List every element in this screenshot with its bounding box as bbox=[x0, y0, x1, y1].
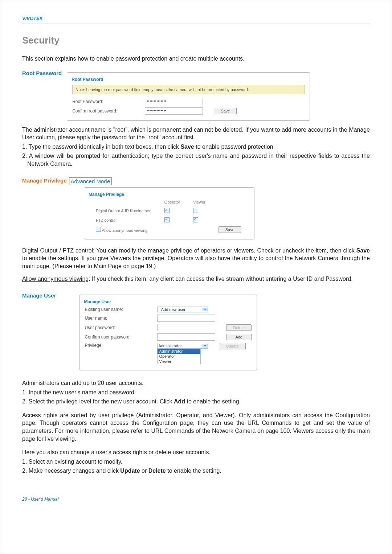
user-password-input[interactable] bbox=[157, 324, 215, 331]
manage-user-desc-3: 2. Select the privilege level for the ne… bbox=[22, 398, 370, 406]
chevron-down-icon[interactable]: ▼ bbox=[202, 344, 208, 348]
privilege-option-operator[interactable]: Operator bbox=[158, 354, 200, 359]
delete-user-button[interactable]: Delete bbox=[226, 324, 252, 331]
root-password-legend: Root Password bbox=[70, 77, 105, 82]
checkbox-digital-output-operator[interactable] bbox=[164, 208, 170, 213]
manage-user-desc-6: 1. Select an existing account to modify. bbox=[22, 458, 370, 466]
manage-user-desc-1: Administrators can add up to 20 user acc… bbox=[22, 379, 370, 387]
manage-user-desc-5: Here you also can change a user's access… bbox=[22, 448, 370, 456]
manage-user-desc-7: 2. Make necessary changes and click Upda… bbox=[22, 467, 370, 475]
checkbox-ptz-viewer[interactable] bbox=[193, 217, 198, 222]
existing-username-label: Existing user name: bbox=[85, 307, 146, 312]
manage-user-desc-4: Access rights are sorted by user privile… bbox=[22, 411, 370, 443]
root-password-desc-1: The administrator account name is "root"… bbox=[22, 126, 370, 141]
confirm-user-password-input[interactable] bbox=[157, 333, 215, 341]
page-title: Security bbox=[22, 35, 370, 46]
page-footer: 28 - User's Manual bbox=[22, 497, 370, 502]
checkbox-ptz-operator[interactable] bbox=[164, 217, 170, 222]
manage-privilege-panel: Manage Privilege Operator Viewer Digital… bbox=[84, 187, 254, 239]
anonymous-viewing-desc: Allow anonymous viewing: If you check th… bbox=[22, 275, 370, 283]
manage-user-legend: Manage User bbox=[82, 299, 113, 304]
manage-privilege-heading: Manage Privilege bbox=[22, 177, 67, 184]
privilege-label: Privilege: bbox=[85, 343, 146, 348]
col-operator: Operator bbox=[158, 199, 187, 205]
intro-text: This section explains how to enable pass… bbox=[22, 55, 370, 63]
manage-privilege-save-button[interactable]: Save bbox=[219, 226, 241, 233]
root-password-panel: Root Password Note: Leaving the root pas… bbox=[67, 72, 310, 121]
priv-row-ptz-label: PTZ control: bbox=[89, 217, 158, 224]
manage-user-heading: Manage User bbox=[22, 292, 56, 299]
root-password-save-button[interactable]: Save bbox=[214, 108, 237, 114]
root-password-desc-2: 1. Type the password identically in both… bbox=[22, 143, 370, 151]
col-viewer: Viewer bbox=[187, 199, 212, 205]
add-user-button[interactable]: Add bbox=[226, 334, 252, 340]
confirm-root-password-input[interactable]: •••••••••••••• bbox=[145, 107, 203, 115]
checkbox-anonymous-viewing[interactable] bbox=[96, 227, 101, 232]
privilege-option-viewer[interactable]: Viewer bbox=[158, 359, 200, 364]
digital-output-ptz-desc: Digital Output / PTZ control: You can mo… bbox=[22, 247, 370, 270]
privilege-table: Operator Viewer Digital Output & IR illu… bbox=[89, 197, 248, 235]
root-password-desc-3: 2. A window will be prompted for authent… bbox=[22, 152, 370, 168]
root-password-label: Root Password: bbox=[72, 99, 134, 104]
brand-logo: VIVOTEK bbox=[22, 16, 43, 21]
root-password-heading: Root Password bbox=[22, 70, 62, 76]
anonymous-viewing-label: Allow anonymous viewing bbox=[102, 228, 147, 233]
advanced-mode-badge: Advanced Mode bbox=[69, 177, 112, 185]
update-user-button[interactable]: Update bbox=[219, 343, 245, 349]
root-password-note: Note: Leaving the root password field em… bbox=[72, 85, 305, 94]
privilege-dropdown-options: Administrator Operator Viewer bbox=[157, 348, 201, 364]
page: VIVOTEK Security This section explains h… bbox=[0, 0, 392, 554]
confirm-root-password-label: Confirm root password: bbox=[72, 108, 134, 114]
username-input[interactable] bbox=[157, 315, 215, 322]
privilege-option-administrator[interactable]: Administrator bbox=[158, 349, 200, 354]
manage-user-panel: Manage User Existing user name: --Add ne… bbox=[79, 295, 257, 370]
chevron-down-icon[interactable]: ▼ bbox=[202, 308, 208, 311]
existing-username-select[interactable]: --Add new user-- bbox=[158, 307, 202, 312]
manage-privilege-legend: Manage Privilege bbox=[87, 192, 126, 197]
confirm-user-password-label: Confirm user password: bbox=[85, 335, 146, 340]
root-password-input[interactable]: •••••••••••••• bbox=[145, 98, 203, 105]
user-password-label: User password: bbox=[85, 325, 146, 330]
manage-user-desc-2: 1. Input the new user's name and passwor… bbox=[22, 389, 370, 397]
username-label: User name: bbox=[85, 316, 146, 321]
checkbox-digital-output-viewer[interactable] bbox=[193, 208, 198, 213]
header-bar: VIVOTEK bbox=[22, 15, 370, 24]
priv-row-digital-output-label: Digital Output & IR illuminators: bbox=[89, 207, 158, 214]
privilege-select[interactable]: Administrator bbox=[158, 343, 202, 348]
